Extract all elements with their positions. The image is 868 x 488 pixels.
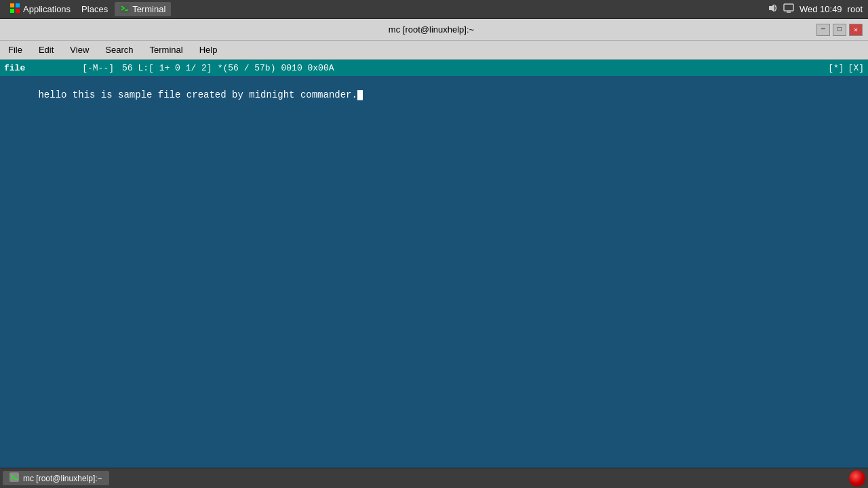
title-bar: mc [root@linuxhelp]:~ ─ □ ✕ xyxy=(0,19,868,41)
window-title: mc [root@linuxhelp]:~ xyxy=(46,24,816,35)
user-display: root xyxy=(848,4,863,14)
terminal-label: Terminal xyxy=(132,4,165,14)
applications-menu[interactable]: Applications xyxy=(5,1,75,17)
status-flags-right: [X] xyxy=(848,63,864,73)
menu-bar: File Edit View Search Terminal Help xyxy=(0,41,868,60)
system-bar-left: Applications Places Terminal xyxy=(5,1,171,17)
taskbar-terminal-item[interactable]: mc [root@linuxhelp]:~ xyxy=(3,471,109,485)
system-bar: Applications Places Terminal Wed 10:49 r… xyxy=(0,0,868,19)
places-menu[interactable]: Places xyxy=(76,3,113,16)
status-bytes: *(56 / 57b) xyxy=(218,63,276,73)
menu-view[interactable]: View xyxy=(62,42,97,58)
svg-rect-7 xyxy=(784,4,793,11)
datetime-display: Wed 10:49 xyxy=(800,4,842,14)
minimize-button[interactable]: ─ xyxy=(816,24,830,36)
menu-file[interactable]: File xyxy=(0,42,31,58)
status-mode: [-M--] xyxy=(82,63,114,73)
linuxhelp-logo xyxy=(849,470,865,487)
menu-edit[interactable]: Edit xyxy=(31,42,62,58)
status-hex: 0010 0x00A xyxy=(281,63,334,73)
applications-label: Applications xyxy=(23,4,71,14)
status-flags-left: [*] xyxy=(828,63,844,73)
terminal-icon xyxy=(120,3,130,15)
volume-icon xyxy=(767,3,778,16)
svg-marker-6 xyxy=(769,4,774,12)
terminal-tab[interactable]: Terminal xyxy=(115,2,171,16)
taskbar-item-label: mc [root@linuxhelp]:~ xyxy=(23,474,102,483)
taskbar-terminal-icon xyxy=(9,472,19,484)
menu-terminal[interactable]: Terminal xyxy=(142,42,191,58)
taskbar: mc [root@linuxhelp]:~ xyxy=(0,468,868,488)
terminal-window: mc [root@linuxhelp]:~ ─ □ ✕ File Edit Vi… xyxy=(0,19,868,488)
monitor-icon xyxy=(783,3,794,16)
system-bar-right: Wed 10:49 root xyxy=(767,3,863,16)
status-bar-left: file [-M--] 56 L:[ 1+ 0 1/ 2] *(56 / 57b… xyxy=(4,63,334,73)
places-label: Places xyxy=(81,4,108,14)
close-button[interactable]: ✕ xyxy=(849,24,863,36)
status-filename: file xyxy=(4,63,25,73)
svg-rect-2 xyxy=(10,9,14,13)
window-controls: ─ □ ✕ xyxy=(816,24,863,36)
editor-status-bar: file [-M--] 56 L:[ 1+ 0 1/ 2] *(56 / 57b… xyxy=(0,60,868,76)
apps-icon xyxy=(9,3,20,16)
taskbar-right xyxy=(849,470,865,487)
menu-help[interactable]: Help xyxy=(191,42,226,58)
menu-search[interactable]: Search xyxy=(97,42,141,58)
editor-content[interactable]: hello this is sample file created by mid… xyxy=(0,76,868,469)
maximize-button[interactable]: □ xyxy=(833,24,846,36)
status-bar-right: [*] [X] xyxy=(828,63,864,73)
editor-line-1: hello this is sample file created by mid… xyxy=(38,89,357,100)
svg-rect-1 xyxy=(16,3,20,7)
svg-rect-0 xyxy=(10,3,14,7)
status-info: 56 L:[ 1+ 0 1/ 2] xyxy=(122,63,212,73)
text-cursor xyxy=(357,90,363,100)
svg-rect-3 xyxy=(16,9,20,13)
editor-container: file [-M--] 56 L:[ 1+ 0 1/ 2] *(56 / 57b… xyxy=(0,60,868,488)
